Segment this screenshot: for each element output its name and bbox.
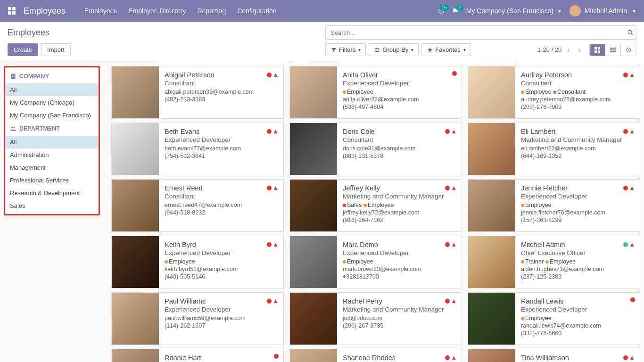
card-indicators [274, 354, 279, 359]
menu-reporting[interactable]: Reporting [197, 7, 226, 15]
svg-rect-0 [8, 7, 11, 10]
view-list[interactable] [605, 44, 621, 56]
status-dot-offline [630, 297, 635, 302]
employee-name: Paul Williams [165, 297, 278, 305]
warning-icon: ▲ [272, 184, 279, 191]
chevron-down-icon: ▾ [463, 47, 466, 52]
employee-name: Anita Oliver [343, 71, 456, 79]
pager-prev[interactable]: ‹ [564, 44, 572, 56]
search-container [325, 25, 636, 40]
create-button[interactable]: Create [8, 43, 38, 56]
sidebar-dept-sales[interactable]: Sales [5, 199, 99, 212]
sidebar-dept-admin[interactable]: Administration [5, 148, 99, 161]
svg-rect-13 [598, 50, 600, 53]
card-indicators: ▲ [445, 241, 457, 248]
card-indicators: ▲ [623, 71, 635, 78]
employee-phone: (206)-267-3735 [343, 322, 456, 329]
card-indicators: ▲ [445, 184, 457, 191]
employee-card[interactable]: ▲ Mitchell Admin Chief Executive Officer… [468, 236, 640, 288]
sidebar-dept-rd[interactable]: Research & Development [5, 187, 99, 199]
employee-tags: Employee [343, 89, 456, 95]
sidebar-company-all[interactable]: All [5, 83, 99, 96]
pager-next[interactable]: › [576, 44, 584, 56]
menu-directory[interactable]: Employee Directory [128, 7, 186, 15]
employee-email: audrey.peterson25@example.com [521, 96, 634, 103]
employee-card[interactable]: ▲ Tina Williamson [468, 349, 640, 362]
import-button[interactable]: Import [41, 43, 71, 56]
employee-card[interactable]: ▲ Jeffrey Kelly Marketing and Community … [289, 179, 462, 232]
employee-card[interactable]: ▲ Abigail Peterson Consultant abigail.pe… [111, 66, 284, 119]
chevron-down-icon: ▼ [632, 8, 636, 14]
sidebar-company-chicago[interactable]: My Company (Chicago) [5, 96, 99, 109]
employee-card[interactable]: Randall Lewis Experienced Developer Empl… [468, 292, 640, 345]
employee-card[interactable]: ▲ Rachel Perry Marketing and Community M… [289, 292, 462, 345]
warning-icon: ▲ [629, 71, 635, 78]
employee-title: Experienced Developer [165, 136, 278, 143]
menu-employees[interactable]: Employees [84, 7, 117, 15]
sidebar-dept-mgmt[interactable]: Management [5, 161, 99, 174]
sidebar-dept-prof[interactable]: Professional Services [5, 174, 99, 187]
view-activity[interactable] [621, 44, 636, 56]
card-indicators: ▲ [445, 128, 457, 135]
sidebar-filters: COMPANY All My Company (Chicago) My Comp… [4, 66, 100, 215]
employee-title: Consultant [521, 80, 634, 87]
employee-phone: (538)-497-4804 [343, 104, 456, 110]
filters-dropdown[interactable]: Filters ▾ [325, 43, 366, 56]
employee-email: jennie.fletcher76@example.com [521, 209, 634, 216]
employee-phone: (449)-505-5146 [165, 273, 278, 280]
employee-card[interactable]: ▲ Marc Demo Experienced Developer Employ… [289, 236, 462, 288]
groupby-dropdown[interactable]: Group By ▾ [369, 43, 419, 56]
employee-card[interactable]: ▲ Sharlene Rhodes [289, 349, 462, 362]
activity-badge: 15 [439, 5, 449, 11]
employee-phone: (883)-331-5378 [343, 153, 456, 159]
activity-icon[interactable]: 15 [438, 8, 445, 14]
employee-phone: (944)-518-8232 [165, 209, 278, 216]
employee-card[interactable]: ▲ Beth Evans Experienced Developer beth.… [111, 123, 284, 175]
employee-photo [468, 236, 515, 288]
app-brand[interactable]: Employees [24, 6, 66, 16]
sidebar-dept-all[interactable]: All [5, 136, 99, 148]
employee-card[interactable]: ▲ Audrey Peterson Consultant Employee Co… [468, 66, 640, 119]
menu-configuration[interactable]: Configuration [237, 7, 276, 15]
employee-card[interactable]: ▲ Keith Byrd Experienced Developer Emplo… [111, 236, 284, 288]
view-kanban[interactable] [590, 44, 605, 56]
user-menu[interactable]: Mitchell Admin ▼ [570, 5, 636, 16]
employee-photo [112, 236, 159, 288]
svg-rect-20 [14, 75, 15, 76]
company-switcher[interactable]: My Company (San Francisco) ▼ [466, 7, 562, 15]
employee-name: Beth Evans [165, 128, 278, 135]
card-indicators: ▲ [267, 241, 279, 248]
svg-rect-12 [594, 50, 597, 53]
status-dot-offline [445, 186, 450, 190]
employee-phone: (754)-532-3841 [165, 153, 278, 159]
favorites-dropdown[interactable]: Favorites ▾ [421, 43, 471, 56]
sidebar-company-sf[interactable]: My Company (San Francisco) [5, 109, 99, 122]
employee-card[interactable]: ▲ Eli Lambert Marketing and Community Ma… [468, 123, 640, 175]
search-icon[interactable] [627, 28, 634, 36]
messages-badge: 2 [456, 5, 463, 11]
employee-card[interactable]: ▲ Jennie Fletcher Experienced Developer … [468, 179, 640, 232]
employee-name: Sharlene Rhodes [343, 354, 456, 362]
employee-card[interactable]: Ronnie Hart [111, 349, 284, 362]
apps-icon[interactable] [8, 7, 16, 15]
messages-icon[interactable]: 2 [452, 8, 459, 14]
avatar [570, 5, 581, 16]
employee-name: Keith Byrd [165, 241, 278, 248]
employee-card[interactable]: ▲ Doris Cole Consultant doris.cole31@exa… [289, 123, 462, 175]
status-dot-offline [267, 299, 272, 304]
main-menu: Employees Employee Directory Reporting C… [84, 7, 438, 15]
status-dot-offline [623, 129, 628, 134]
svg-rect-10 [594, 47, 597, 49]
warning-icon: ▲ [272, 297, 279, 304]
employee-card[interactable]: ▲ Paul Williams Experienced Developer pa… [111, 292, 284, 345]
employee-card[interactable]: ▲ Ernest Reed Consultant ernest.reed47@e… [111, 179, 284, 232]
status-dot-offline [267, 73, 272, 77]
employee-name: Mitchell Admin [521, 241, 634, 248]
sidebar: COMPANY All My Company (Chicago) My Comp… [0, 62, 104, 362]
employee-photo [290, 66, 337, 118]
employee-card[interactable]: Anita Oliver Experienced Developer Emplo… [289, 66, 462, 119]
employee-title: Experienced Developer [343, 80, 456, 87]
search-input[interactable] [325, 25, 636, 40]
employee-email: randall.lewis74@example.com [521, 322, 634, 329]
company-name: My Company (San Francisco) [466, 7, 553, 15]
